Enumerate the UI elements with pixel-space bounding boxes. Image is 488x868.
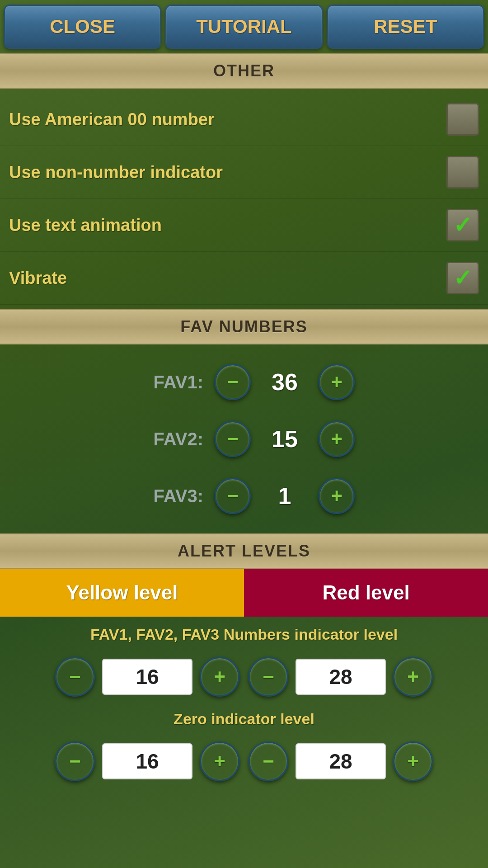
zero-yellow-minus-icon: − (69, 751, 81, 771)
alert-controls-row: − 16 + − 28 + (0, 648, 488, 706)
setting-row-vibrate: Vibrate ✓ (0, 252, 488, 305)
alert-yellow-minus-button[interactable]: − (53, 655, 97, 698)
fav2-plus-button[interactable]: + (316, 419, 357, 459)
setting-row-american00: Use American 00 number (0, 93, 488, 146)
fav1-minus-icon: − (227, 372, 239, 392)
fav-numbers-section-header: FAV NUMBERS (0, 309, 488, 344)
setting-row-nonnumber: Use non-number indicator (0, 146, 488, 199)
alert-yellow-plus-icon: + (214, 667, 225, 687)
fav3-plus-icon: + (331, 486, 343, 506)
fav2-row: FAV2: − 15 + (0, 410, 488, 467)
vibrate-checkbox[interactable]: ✓ (446, 262, 479, 294)
fav1-row: FAV1: − 36 + (0, 354, 488, 410)
fav3-minus-icon: − (227, 486, 239, 506)
zero-indicator-label: Zero indicator level (0, 706, 488, 732)
fav2-minus-icon: − (227, 429, 239, 449)
zero-yellow-value: 16 (102, 743, 192, 779)
alert-levels-area: Yellow level Red level FAV1, FAV2, FAV3 … (0, 569, 488, 790)
vibrate-label: Vibrate (9, 269, 446, 288)
zero-yellow-plus-icon: + (214, 751, 225, 771)
american00-label: Use American 00 number (9, 110, 446, 129)
textanim-checkbox[interactable]: ✓ (446, 209, 479, 241)
top-bar: CLOSE TUTORIAL RESET (0, 0, 488, 53)
tutorial-button[interactable]: TUTORIAL (165, 5, 323, 49)
fav3-minus-button[interactable]: − (212, 476, 253, 516)
american00-checkbox[interactable] (446, 103, 479, 136)
zero-red-value: 28 (296, 743, 386, 779)
textanim-label: Use text animation (9, 216, 446, 235)
alert-red-minus-icon: − (263, 667, 274, 687)
alert-red-minus-button[interactable]: − (247, 655, 290, 698)
red-level-button[interactable]: Red level (244, 569, 488, 617)
fav3-row: FAV3: − 1 + (0, 467, 488, 524)
zero-red-minus-button[interactable]: − (247, 740, 290, 783)
alert-red-value: 28 (296, 659, 386, 695)
reset-button[interactable]: RESET (327, 5, 484, 49)
alert-yellow-value: 16 (102, 659, 192, 695)
fav2-plus-icon: + (331, 429, 343, 449)
nonnumber-checkbox[interactable] (446, 156, 479, 189)
zero-controls-row: − 16 + − 28 + (0, 732, 488, 790)
fav1-label: FAV1: (131, 372, 203, 392)
zero-red-minus-icon: − (263, 751, 274, 771)
yellow-level-button[interactable]: Yellow level (0, 569, 244, 617)
alert-red-plus-icon: + (407, 667, 419, 687)
other-section-header: OTHER (0, 53, 488, 89)
fav2-value: 15 (262, 425, 307, 453)
fav3-label: FAV3: (131, 486, 203, 506)
alert-toggle-row: Yellow level Red level (0, 569, 488, 617)
alert-yellow-plus-button[interactable]: + (198, 655, 241, 698)
fav3-plus-button[interactable]: + (316, 476, 357, 516)
textanim-checkmark: ✓ (453, 214, 472, 236)
close-button[interactable]: CLOSE (4, 5, 161, 49)
fav1-value: 36 (262, 368, 307, 396)
fav2-minus-button[interactable]: − (212, 419, 253, 459)
vibrate-checkmark: ✓ (453, 267, 472, 289)
fav-numbers-area: FAV1: − 36 + FAV2: − 15 + FAV3: (0, 344, 488, 533)
fav1-plus-icon: + (331, 372, 343, 392)
fav3-value: 1 (262, 482, 307, 509)
alert-yellow-minus-icon: − (69, 667, 81, 687)
fav2-label: FAV2: (131, 429, 203, 449)
alert-levels-section-header: ALERT LEVELS (0, 533, 488, 569)
zero-red-plus-button[interactable]: + (391, 740, 435, 783)
zero-yellow-plus-button[interactable]: + (198, 740, 241, 783)
fav1-plus-button[interactable]: + (316, 362, 357, 402)
settings-area: Use American 00 number Use non-number in… (0, 89, 488, 309)
nonnumber-label: Use non-number indicator (9, 163, 446, 182)
zero-red-plus-icon: + (407, 751, 419, 771)
setting-row-textanim: Use text animation ✓ (0, 199, 488, 252)
alert-red-plus-button[interactable]: + (391, 655, 435, 698)
fav-indicator-description: FAV1, FAV2, FAV3 Numbers indicator level (0, 617, 488, 648)
fav1-minus-button[interactable]: − (212, 362, 253, 402)
zero-yellow-minus-button[interactable]: − (53, 740, 97, 783)
